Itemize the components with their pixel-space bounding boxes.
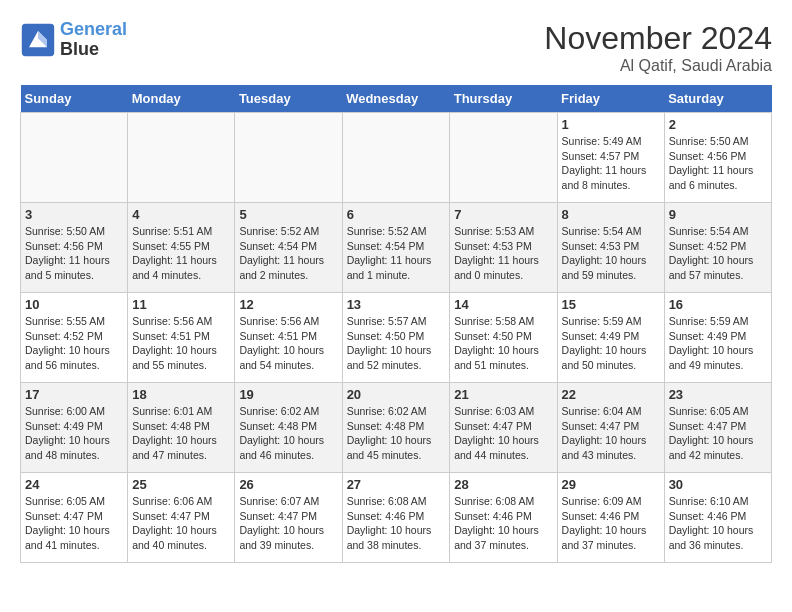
- day-number: 8: [562, 207, 660, 222]
- page-header: General Blue November 2024 Al Qatif, Sau…: [20, 20, 772, 75]
- week-row-1: 1Sunrise: 5:49 AM Sunset: 4:57 PM Daylig…: [21, 113, 772, 203]
- day-info: Sunrise: 6:02 AM Sunset: 4:48 PM Dayligh…: [239, 404, 337, 463]
- calendar-cell: 21Sunrise: 6:03 AM Sunset: 4:47 PM Dayli…: [450, 383, 557, 473]
- calendar-cell: 11Sunrise: 5:56 AM Sunset: 4:51 PM Dayli…: [128, 293, 235, 383]
- calendar-cell: [235, 113, 342, 203]
- day-number: 21: [454, 387, 552, 402]
- day-number: 30: [669, 477, 767, 492]
- day-header-monday: Monday: [128, 85, 235, 113]
- day-info: Sunrise: 6:07 AM Sunset: 4:47 PM Dayligh…: [239, 494, 337, 553]
- calendar-cell: 12Sunrise: 5:56 AM Sunset: 4:51 PM Dayli…: [235, 293, 342, 383]
- day-info: Sunrise: 5:52 AM Sunset: 4:54 PM Dayligh…: [347, 224, 446, 283]
- calendar-cell: 25Sunrise: 6:06 AM Sunset: 4:47 PM Dayli…: [128, 473, 235, 563]
- day-info: Sunrise: 6:05 AM Sunset: 4:47 PM Dayligh…: [669, 404, 767, 463]
- calendar-cell: 16Sunrise: 5:59 AM Sunset: 4:49 PM Dayli…: [664, 293, 771, 383]
- day-info: Sunrise: 5:49 AM Sunset: 4:57 PM Dayligh…: [562, 134, 660, 193]
- calendar-cell: 14Sunrise: 5:58 AM Sunset: 4:50 PM Dayli…: [450, 293, 557, 383]
- week-row-4: 17Sunrise: 6:00 AM Sunset: 4:49 PM Dayli…: [21, 383, 772, 473]
- calendar-cell: 2Sunrise: 5:50 AM Sunset: 4:56 PM Daylig…: [664, 113, 771, 203]
- day-header-friday: Friday: [557, 85, 664, 113]
- calendar-cell: 20Sunrise: 6:02 AM Sunset: 4:48 PM Dayli…: [342, 383, 450, 473]
- calendar-cell: [128, 113, 235, 203]
- day-info: Sunrise: 5:54 AM Sunset: 4:53 PM Dayligh…: [562, 224, 660, 283]
- day-info: Sunrise: 5:55 AM Sunset: 4:52 PM Dayligh…: [25, 314, 123, 373]
- day-info: Sunrise: 5:57 AM Sunset: 4:50 PM Dayligh…: [347, 314, 446, 373]
- day-info: Sunrise: 5:56 AM Sunset: 4:51 PM Dayligh…: [239, 314, 337, 373]
- day-info: Sunrise: 6:10 AM Sunset: 4:46 PM Dayligh…: [669, 494, 767, 553]
- day-info: Sunrise: 6:09 AM Sunset: 4:46 PM Dayligh…: [562, 494, 660, 553]
- day-number: 11: [132, 297, 230, 312]
- day-number: 22: [562, 387, 660, 402]
- day-info: Sunrise: 5:56 AM Sunset: 4:51 PM Dayligh…: [132, 314, 230, 373]
- day-info: Sunrise: 6:08 AM Sunset: 4:46 PM Dayligh…: [347, 494, 446, 553]
- day-number: 23: [669, 387, 767, 402]
- day-number: 14: [454, 297, 552, 312]
- day-header-thursday: Thursday: [450, 85, 557, 113]
- calendar-cell: 5Sunrise: 5:52 AM Sunset: 4:54 PM Daylig…: [235, 203, 342, 293]
- day-number: 25: [132, 477, 230, 492]
- calendar-cell: [450, 113, 557, 203]
- day-number: 12: [239, 297, 337, 312]
- location-subtitle: Al Qatif, Saudi Arabia: [544, 57, 772, 75]
- day-info: Sunrise: 5:52 AM Sunset: 4:54 PM Dayligh…: [239, 224, 337, 283]
- day-number: 16: [669, 297, 767, 312]
- calendar-body: 1Sunrise: 5:49 AM Sunset: 4:57 PM Daylig…: [21, 113, 772, 563]
- day-number: 24: [25, 477, 123, 492]
- calendar-cell: 18Sunrise: 6:01 AM Sunset: 4:48 PM Dayli…: [128, 383, 235, 473]
- day-number: 7: [454, 207, 552, 222]
- calendar-cell: 29Sunrise: 6:09 AM Sunset: 4:46 PM Dayli…: [557, 473, 664, 563]
- calendar-cell: 24Sunrise: 6:05 AM Sunset: 4:47 PM Dayli…: [21, 473, 128, 563]
- calendar-cell: 3Sunrise: 5:50 AM Sunset: 4:56 PM Daylig…: [21, 203, 128, 293]
- calendar-cell: 13Sunrise: 5:57 AM Sunset: 4:50 PM Dayli…: [342, 293, 450, 383]
- day-info: Sunrise: 6:04 AM Sunset: 4:47 PM Dayligh…: [562, 404, 660, 463]
- calendar-cell: 28Sunrise: 6:08 AM Sunset: 4:46 PM Dayli…: [450, 473, 557, 563]
- day-info: Sunrise: 5:50 AM Sunset: 4:56 PM Dayligh…: [25, 224, 123, 283]
- day-number: 4: [132, 207, 230, 222]
- week-row-3: 10Sunrise: 5:55 AM Sunset: 4:52 PM Dayli…: [21, 293, 772, 383]
- calendar-cell: 23Sunrise: 6:05 AM Sunset: 4:47 PM Dayli…: [664, 383, 771, 473]
- calendar-cell: [21, 113, 128, 203]
- day-header-wednesday: Wednesday: [342, 85, 450, 113]
- calendar-cell: 7Sunrise: 5:53 AM Sunset: 4:53 PM Daylig…: [450, 203, 557, 293]
- calendar-cell: 6Sunrise: 5:52 AM Sunset: 4:54 PM Daylig…: [342, 203, 450, 293]
- day-number: 15: [562, 297, 660, 312]
- week-row-2: 3Sunrise: 5:50 AM Sunset: 4:56 PM Daylig…: [21, 203, 772, 293]
- calendar-cell: 22Sunrise: 6:04 AM Sunset: 4:47 PM Dayli…: [557, 383, 664, 473]
- calendar-cell: 1Sunrise: 5:49 AM Sunset: 4:57 PM Daylig…: [557, 113, 664, 203]
- day-header-tuesday: Tuesday: [235, 85, 342, 113]
- day-number: 13: [347, 297, 446, 312]
- day-number: 3: [25, 207, 123, 222]
- calendar-cell: 27Sunrise: 6:08 AM Sunset: 4:46 PM Dayli…: [342, 473, 450, 563]
- day-info: Sunrise: 5:59 AM Sunset: 4:49 PM Dayligh…: [669, 314, 767, 373]
- calendar-cell: 30Sunrise: 6:10 AM Sunset: 4:46 PM Dayli…: [664, 473, 771, 563]
- day-number: 26: [239, 477, 337, 492]
- day-number: 9: [669, 207, 767, 222]
- title-block: November 2024 Al Qatif, Saudi Arabia: [544, 20, 772, 75]
- header-row: SundayMondayTuesdayWednesdayThursdayFrid…: [21, 85, 772, 113]
- day-number: 29: [562, 477, 660, 492]
- day-info: Sunrise: 6:02 AM Sunset: 4:48 PM Dayligh…: [347, 404, 446, 463]
- day-number: 17: [25, 387, 123, 402]
- day-info: Sunrise: 5:50 AM Sunset: 4:56 PM Dayligh…: [669, 134, 767, 193]
- calendar-header: SundayMondayTuesdayWednesdayThursdayFrid…: [21, 85, 772, 113]
- month-title: November 2024: [544, 20, 772, 57]
- calendar-cell: [342, 113, 450, 203]
- day-info: Sunrise: 5:59 AM Sunset: 4:49 PM Dayligh…: [562, 314, 660, 373]
- day-info: Sunrise: 6:05 AM Sunset: 4:47 PM Dayligh…: [25, 494, 123, 553]
- day-header-saturday: Saturday: [664, 85, 771, 113]
- calendar-cell: 10Sunrise: 5:55 AM Sunset: 4:52 PM Dayli…: [21, 293, 128, 383]
- logo-icon: [20, 22, 56, 58]
- day-number: 20: [347, 387, 446, 402]
- calendar-cell: 4Sunrise: 5:51 AM Sunset: 4:55 PM Daylig…: [128, 203, 235, 293]
- day-number: 27: [347, 477, 446, 492]
- day-info: Sunrise: 6:08 AM Sunset: 4:46 PM Dayligh…: [454, 494, 552, 553]
- day-number: 5: [239, 207, 337, 222]
- logo-text: General Blue: [60, 20, 127, 60]
- day-info: Sunrise: 5:58 AM Sunset: 4:50 PM Dayligh…: [454, 314, 552, 373]
- day-number: 1: [562, 117, 660, 132]
- calendar-table: SundayMondayTuesdayWednesdayThursdayFrid…: [20, 85, 772, 563]
- day-info: Sunrise: 6:00 AM Sunset: 4:49 PM Dayligh…: [25, 404, 123, 463]
- calendar-cell: 17Sunrise: 6:00 AM Sunset: 4:49 PM Dayli…: [21, 383, 128, 473]
- calendar-cell: 9Sunrise: 5:54 AM Sunset: 4:52 PM Daylig…: [664, 203, 771, 293]
- day-info: Sunrise: 5:54 AM Sunset: 4:52 PM Dayligh…: [669, 224, 767, 283]
